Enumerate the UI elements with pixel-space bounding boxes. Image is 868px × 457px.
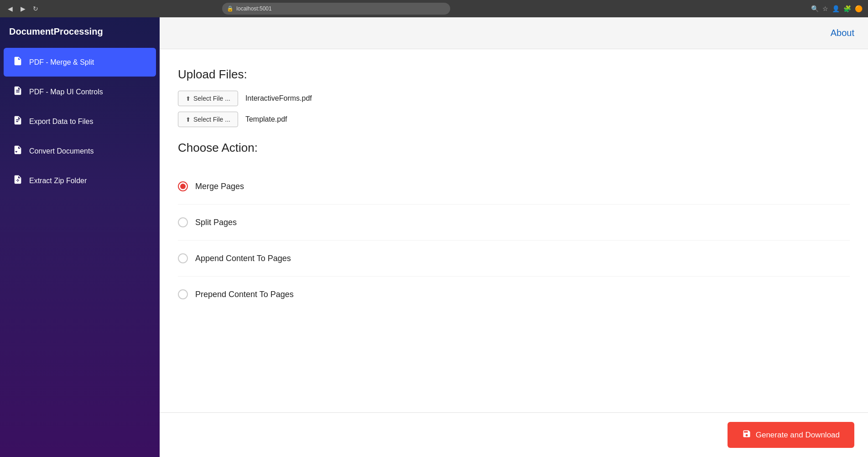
pdf-map-ui-icon: [13, 86, 23, 98]
browser-actions: 🔍 ☆ 👤 🧩 🟠: [811, 5, 863, 12]
sidebar-item-label-export-data: Export Data to Files: [29, 118, 94, 126]
select-file-btn-2[interactable]: ⬆ Select File ...: [178, 112, 238, 127]
about-link[interactable]: About: [831, 28, 854, 38]
action-section-title: Choose Action:: [178, 141, 850, 155]
radio-options: Merge Pages Split Pages Append Content T…: [178, 169, 850, 312]
generate-btn-icon: [742, 429, 751, 441]
radio-circle-split-pages: [178, 217, 188, 227]
url-bar[interactable]: 🔒 localhost:5001: [222, 3, 450, 15]
radio-label-append-content: Append Content To Pages: [195, 254, 291, 263]
sidebar-nav: PDF - Merge & Split PDF - Map UI Control…: [0, 48, 160, 195]
generate-btn-label: Generate and Download: [756, 431, 840, 440]
refresh-button[interactable]: ↻: [31, 4, 40, 13]
main-content: About Upload Files: ⬆ Select File ... In…: [160, 17, 868, 457]
url-text: localhost:5001: [236, 5, 271, 12]
file-upload-row-2: ⬆ Select File ... Template.pdf: [178, 112, 850, 127]
select-file-btn-1-label: Select File ...: [193, 95, 230, 102]
radio-label-prepend-content: Prepend Content To Pages: [195, 290, 294, 299]
upload-icon-2: ⬆: [186, 116, 191, 123]
radio-circle-append-content: [178, 253, 188, 263]
radio-option-prepend-content[interactable]: Prepend Content To Pages: [178, 277, 850, 312]
sidebar-item-pdf-map-ui[interactable]: PDF - Map UI Controls: [4, 77, 156, 106]
bottom-action-bar: Generate and Download: [160, 412, 868, 457]
zoom-icon[interactable]: 🔍: [811, 5, 819, 12]
sidebar-item-convert-docs[interactable]: Convert Documents: [4, 137, 156, 165]
file-name-2: Template.pdf: [245, 115, 287, 123]
app-title: DocumentProcessing: [0, 26, 160, 48]
file-upload-group: ⬆ Select File ... InteractiveForms.pdf ⬆…: [178, 91, 850, 127]
content-area: Upload Files: ⬆ Select File ... Interact…: [160, 49, 868, 457]
sidebar-item-label-pdf-merge-split: PDF - Merge & Split: [29, 58, 94, 67]
sidebar-item-label-convert-docs: Convert Documents: [29, 147, 94, 155]
sidebar-item-extract-zip[interactable]: Extract Zip Folder: [4, 166, 156, 195]
sidebar-item-label-extract-zip: Extract Zip Folder: [29, 177, 87, 185]
select-file-btn-1[interactable]: ⬆ Select File ...: [178, 91, 238, 106]
upload-icon-1: ⬆: [186, 95, 191, 102]
extension-icon[interactable]: 🧩: [843, 5, 851, 12]
radio-option-merge-pages[interactable]: Merge Pages: [178, 169, 850, 205]
select-file-btn-2-label: Select File ...: [193, 116, 230, 123]
radio-circle-merge-pages: [178, 181, 188, 191]
generate-download-button[interactable]: Generate and Download: [728, 422, 854, 448]
back-button[interactable]: ◀: [5, 4, 15, 13]
browser-chrome: ◀ ▶ ↻ 🔒 localhost:5001 🔍 ☆ 👤 🧩 🟠: [0, 0, 868, 17]
sidebar-item-export-data[interactable]: Export Data to Files: [4, 107, 156, 136]
pdf-merge-split-icon: [13, 56, 23, 68]
sidebar-item-pdf-merge-split[interactable]: PDF - Merge & Split: [4, 48, 156, 77]
file-name-1: InteractiveForms.pdf: [245, 94, 312, 103]
radio-option-split-pages[interactable]: Split Pages: [178, 205, 850, 241]
radio-option-append-content[interactable]: Append Content To Pages: [178, 241, 850, 277]
profile-icon[interactable]: 👤: [832, 5, 840, 12]
star-icon[interactable]: ☆: [822, 5, 828, 12]
avatar-icon[interactable]: 🟠: [855, 5, 863, 12]
app-container: DocumentProcessing PDF - Merge & Split P…: [0, 17, 868, 457]
export-data-icon: [13, 115, 23, 128]
sidebar-item-label-pdf-map-ui: PDF - Map UI Controls: [29, 88, 103, 96]
top-nav: About: [160, 17, 868, 49]
file-upload-row-1: ⬆ Select File ... InteractiveForms.pdf: [178, 91, 850, 106]
sidebar: DocumentProcessing PDF - Merge & Split P…: [0, 17, 160, 457]
convert-docs-icon: [13, 145, 23, 157]
extract-zip-icon: [13, 175, 23, 187]
radio-circle-prepend-content: [178, 289, 188, 299]
upload-section-title: Upload Files:: [178, 67, 850, 82]
lock-icon: 🔒: [227, 5, 234, 12]
forward-button[interactable]: ▶: [18, 4, 27, 13]
radio-label-split-pages: Split Pages: [195, 218, 237, 227]
radio-label-merge-pages: Merge Pages: [195, 182, 244, 191]
